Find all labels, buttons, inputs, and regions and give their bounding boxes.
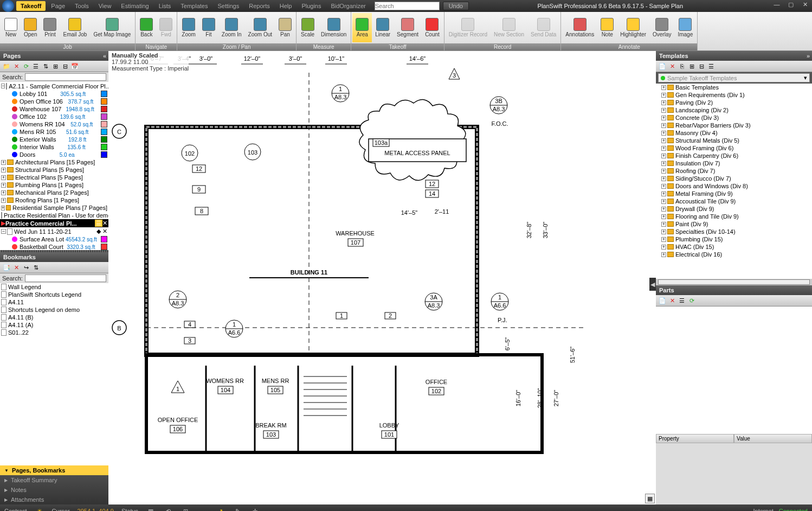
tree-row[interactable]: +Structural Plans [5 Pages] xyxy=(0,166,108,174)
template-item[interactable]: +Paint (Div 9) xyxy=(656,220,812,228)
delete-icon[interactable]: ✕ xyxy=(12,62,21,71)
ribbon-zoom-out[interactable]: Zoom Out xyxy=(245,13,275,42)
template-item[interactable]: +Siding/Stucco (Div 7) xyxy=(656,175,812,182)
template-item[interactable]: +Rebar/Vapor Barriers (Div 3) xyxy=(656,122,812,129)
ortho-icon[interactable]: ⌐ xyxy=(198,506,208,511)
ribbon-scale[interactable]: Scale xyxy=(298,13,318,42)
bottom-tab-attachments[interactable]: ▶Attachments xyxy=(0,495,108,504)
tree-row[interactable]: +Mechanical Plans [2 Pages] xyxy=(0,189,108,196)
tree-row[interactable]: Wall Legend xyxy=(0,283,108,291)
properties-icon[interactable]: ☰ xyxy=(31,62,40,71)
ribbon-linear[interactable]: Linear xyxy=(372,13,394,42)
main-tab-tools[interactable]: Tools xyxy=(70,1,93,11)
measure-row[interactable]: Surface Area Lot45543.2 sq.ft xyxy=(0,235,108,243)
ribbon-fit[interactable]: Fit xyxy=(199,13,218,42)
measure-row[interactable]: Office 102139.6 sq.ft xyxy=(0,113,108,120)
ribbon-zoom-in[interactable]: Zoom In xyxy=(218,13,245,42)
ribbon-new[interactable]: New xyxy=(1,13,21,42)
expand-icon[interactable]: ⊞ xyxy=(51,62,60,71)
template-item[interactable]: +Plumbing (Div 15) xyxy=(656,235,812,243)
template-item[interactable]: +Roofing (Div 7) xyxy=(656,167,812,175)
minimize-icon[interactable]: — xyxy=(770,1,784,11)
refresh-icon[interactable]: ⟳ xyxy=(22,62,30,71)
global-search-input[interactable] xyxy=(375,2,440,10)
ribbon-annotations[interactable]: Annotations xyxy=(562,13,597,42)
tree-row[interactable]: +Electrical Plans [5 Pages] xyxy=(0,174,108,181)
measure-row[interactable]: Basketball Court3320.3 sq.ft xyxy=(0,243,108,250)
tpl-new-icon[interactable]: 📄 xyxy=(658,62,667,71)
main-tab-page[interactable]: Page xyxy=(47,1,69,11)
main-tab-bidorganizer[interactable]: BidOrganizer xyxy=(326,1,370,11)
undo-button[interactable]: Undo xyxy=(443,2,469,10)
measure-row[interactable]: Womens RR 10452.0 sq.ft xyxy=(0,120,108,128)
ribbon-get-map-image[interactable]: Get Map Image xyxy=(90,13,134,42)
sort-icon[interactable]: ⇅ xyxy=(41,62,50,71)
templates-tree[interactable]: +Basic Templates+Gen Requirements (Div 1… xyxy=(656,84,812,279)
collapse-icon[interactable]: ⊟ xyxy=(61,62,69,71)
main-tab-takeoff[interactable]: Takeoff xyxy=(16,1,46,11)
rotate-icon[interactable]: ⟲ xyxy=(163,506,173,511)
crosshair-icon[interactable]: ✛ xyxy=(250,506,260,511)
contrast-icon[interactable]: ☀ xyxy=(35,506,44,511)
tree-row[interactable]: ▶ Practice Commercial Pl...☰ ✕ xyxy=(0,219,108,227)
tree-row[interactable]: A4.11 xyxy=(0,298,108,306)
tree-row[interactable]: +Architectural Plans [15 Pages] xyxy=(0,158,108,166)
bookmark-add-icon[interactable]: 📑 xyxy=(2,263,11,272)
grid2-icon[interactable]: ⊞ xyxy=(181,506,190,511)
tree-row[interactable]: Practice Residential Plan - Use for demo xyxy=(0,212,108,219)
measure-row[interactable]: Mens RR 10551.6 sq.ft xyxy=(0,128,108,136)
tpl-del-icon[interactable]: ✕ xyxy=(668,62,676,71)
template-item[interactable]: +Accoustical Tile (Div 9) xyxy=(656,197,812,205)
ribbon-segment[interactable]: Segment xyxy=(394,13,422,42)
main-tab-estimating[interactable]: Estimating xyxy=(117,1,153,11)
ribbon-dimension[interactable]: Dimension xyxy=(318,13,350,42)
tpl-copy-icon[interactable]: ⎘ xyxy=(678,62,686,71)
new-folder-icon[interactable]: 📁 xyxy=(2,62,11,71)
bookmark-opts-icon[interactable]: ⇅ xyxy=(31,263,40,272)
tree-row[interactable]: +Plumbing Plans [1 Pages] xyxy=(0,181,108,189)
ribbon-overlay[interactable]: Overlay xyxy=(649,13,674,42)
pages-search-input[interactable] xyxy=(25,73,106,81)
snap-icon[interactable]: ↗ xyxy=(215,506,225,511)
parts-list[interactable] xyxy=(656,306,812,434)
template-item[interactable]: +Specialties (Div 10-14) xyxy=(656,228,812,235)
pages-header[interactable]: Pages « xyxy=(0,51,108,61)
template-item[interactable]: +Gen Requirements (Div 1) xyxy=(656,91,812,99)
template-item[interactable]: +Landscaping (Div 2) xyxy=(656,106,812,114)
main-tab-templates[interactable]: Templates xyxy=(176,1,212,11)
part-refresh-icon[interactable]: ⟳ xyxy=(687,296,696,305)
pages-tree[interactable]: −A2.11 - Sample Commercial Floor Pl...☰ … xyxy=(0,82,108,250)
measure-row[interactable]: Warehouse 1071948.8 sq.ft xyxy=(0,105,108,113)
main-tab-lists[interactable]: Lists xyxy=(154,1,176,11)
ribbon-back[interactable]: Back xyxy=(137,13,156,42)
template-item[interactable]: +Drywall (Div 9) xyxy=(656,205,812,213)
template-item[interactable]: +Structural Metals (Div 5) xyxy=(656,137,812,144)
part-opt-icon[interactable]: ☰ xyxy=(678,296,686,305)
ribbon-note[interactable]: Note xyxy=(597,13,617,42)
tree-row[interactable]: PlanSwift Shortcuts Legend xyxy=(0,291,108,298)
main-tab-settings[interactable]: Settings xyxy=(213,1,243,11)
property-grid[interactable]: Property Value xyxy=(656,434,812,504)
pen-icon[interactable]: ✎ xyxy=(233,506,242,511)
ribbon-image[interactable]: Image xyxy=(674,13,696,42)
grid-icon[interactable]: ▦ xyxy=(146,506,156,511)
contrast-label[interactable]: Contrast xyxy=(4,508,27,511)
template-item[interactable]: +Flooring and Tile (Div 9) xyxy=(656,213,812,220)
ribbon-zoom[interactable]: Zoom xyxy=(178,13,199,42)
collapse-icon[interactable]: » xyxy=(807,53,810,59)
template-item[interactable]: +Wood Framing (Div 6) xyxy=(656,144,812,152)
tree-row[interactable]: +Residential Sample Plans [7 Pages] xyxy=(0,204,108,212)
ribbon-open[interactable]: Open xyxy=(21,13,40,42)
maximize-icon[interactable]: ▢ xyxy=(784,1,798,11)
bookmark-del-icon[interactable]: ✕ xyxy=(12,263,21,272)
ribbon-highlighter[interactable]: Highlighter xyxy=(617,13,649,42)
tree-row[interactable]: −A2.11 - Sample Commercial Floor Pl...☰ … xyxy=(0,82,108,90)
bookmarks-tree[interactable]: Wall LegendPlanSwift Shortcuts LegendA4.… xyxy=(0,283,108,465)
measure-row[interactable]: Doors5.0 ea xyxy=(0,151,108,158)
main-tab-help[interactable]: Help xyxy=(275,1,297,11)
part-new-icon[interactable]: 📄 xyxy=(658,296,667,305)
main-tab-reports[interactable]: Reports xyxy=(244,1,274,11)
templates-header[interactable]: Templates » xyxy=(656,51,812,61)
bookmarks-search-input[interactable] xyxy=(25,274,106,282)
ribbon-email-job[interactable]: Email Job xyxy=(60,13,90,42)
